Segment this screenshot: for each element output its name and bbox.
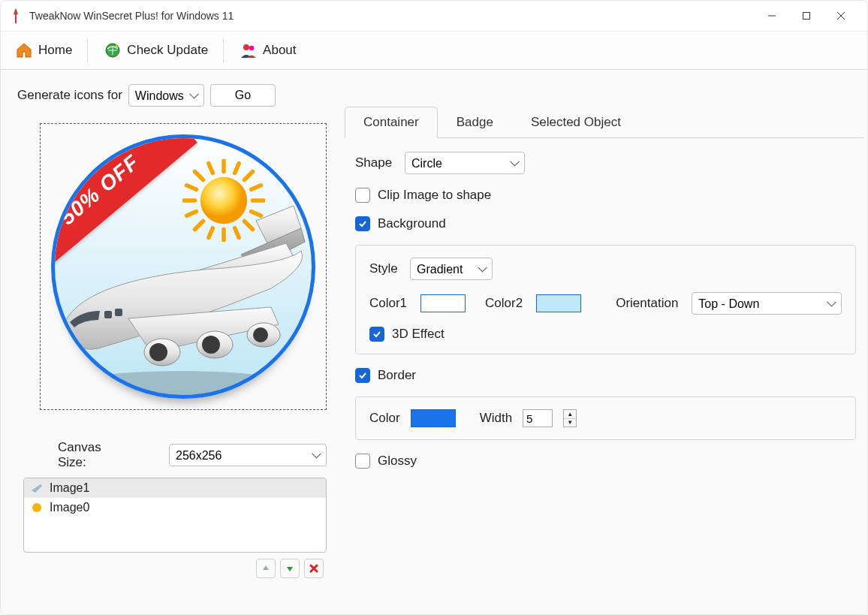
svg-line-18 [187, 185, 197, 190]
maximize-button[interactable] [789, 4, 824, 28]
svg-point-31 [202, 336, 220, 354]
about-label: About [263, 43, 296, 58]
color2-label: Color2 [485, 296, 523, 311]
canvas-size-label: Canvas Size: [58, 440, 124, 470]
home-label: Home [38, 43, 72, 58]
app-icon [10, 7, 22, 25]
home-icon [14, 41, 34, 60]
globe-arrow-icon [103, 41, 122, 60]
tab-container[interactable]: Container [345, 107, 438, 138]
3d-effect-checkbox[interactable] [369, 327, 384, 342]
sun-icon [30, 501, 44, 514]
svg-line-17 [235, 164, 240, 173]
window-title: TweakNow WinSecret Plus! for Windows 11 [29, 10, 755, 22]
svg-point-7 [249, 46, 254, 50]
list-item-label: Image1 [50, 481, 89, 495]
svg-point-6 [243, 44, 249, 50]
svg-line-15 [245, 172, 253, 180]
svg-point-34 [32, 503, 41, 512]
border-checkbox[interactable] [355, 368, 370, 383]
tab-selected-object[interactable]: Selected Object [512, 107, 640, 138]
border-width-label: Width [480, 411, 512, 426]
background-group: Style Gradient Color1 Color2 Orientation… [355, 245, 856, 354]
toolbar-separator [223, 38, 224, 62]
shape-label: Shape [355, 155, 397, 170]
svg-line-20 [252, 185, 261, 190]
airplane-icon [30, 481, 44, 495]
move-up-button[interactable] [256, 559, 276, 578]
border-label: Border [378, 368, 416, 383]
glossy-checkbox[interactable] [355, 454, 370, 469]
border-width-spinner[interactable]: ▲▼ [563, 409, 577, 427]
border-width-input[interactable] [523, 409, 553, 427]
icon-preview: 50% OFF [40, 123, 327, 410]
glossy-label: Glossy [378, 454, 417, 469]
svg-point-33 [253, 327, 268, 342]
color2-swatch[interactable] [536, 294, 581, 312]
3d-effect-label: 3D Effect [392, 327, 445, 342]
svg-point-29 [149, 343, 167, 361]
background-label: Background [378, 216, 446, 231]
check-update-label: Check Update [127, 43, 208, 58]
clip-label: Clip Image to shape [378, 188, 491, 203]
move-down-button[interactable] [280, 559, 300, 578]
minimize-button[interactable] [755, 4, 789, 28]
color1-label: Color1 [369, 296, 407, 311]
style-select[interactable]: Gradient [410, 258, 493, 280]
border-color-swatch[interactable] [411, 409, 456, 427]
list-item-label: Image0 [50, 501, 89, 514]
svg-rect-26 [104, 311, 112, 318]
people-icon [239, 41, 258, 60]
style-label: Style [369, 261, 402, 276]
orientation-label: Orientation [616, 296, 678, 311]
delete-button[interactable] [304, 559, 324, 578]
clip-checkbox[interactable] [355, 188, 370, 203]
svg-point-0 [15, 10, 17, 12]
generate-target-select[interactable]: Windows [128, 84, 204, 107]
toolbar-separator [87, 38, 88, 62]
close-button[interactable] [824, 4, 858, 28]
generate-label: Generate icons for [17, 88, 122, 103]
image-list[interactable]: Image1 Image0 [23, 478, 327, 553]
about-button[interactable]: About [230, 38, 305, 63]
go-button[interactable]: Go [210, 84, 276, 107]
border-group: Color Width ▲▼ [355, 396, 856, 440]
svg-point-25 [68, 371, 294, 399]
orientation-select[interactable]: Top - Down [692, 292, 842, 315]
svg-line-16 [209, 164, 213, 173]
list-item[interactable]: Image0 [24, 498, 326, 517]
border-color-label: Color [369, 411, 400, 426]
svg-rect-27 [115, 309, 122, 316]
list-item[interactable]: Image1 [24, 478, 326, 498]
canvas-size-select[interactable]: 256x256 [169, 444, 327, 466]
icon-circle: 50% OFF [51, 134, 315, 399]
tab-badge[interactable]: Badge [438, 107, 512, 138]
check-update-button[interactable]: Check Update [94, 38, 217, 63]
color1-swatch[interactable] [420, 294, 466, 312]
background-checkbox[interactable] [355, 216, 370, 231]
shape-select[interactable]: Circle [405, 152, 525, 174]
home-button[interactable]: Home [5, 38, 81, 63]
svg-line-12 [195, 172, 203, 180]
svg-rect-2 [803, 13, 810, 20]
